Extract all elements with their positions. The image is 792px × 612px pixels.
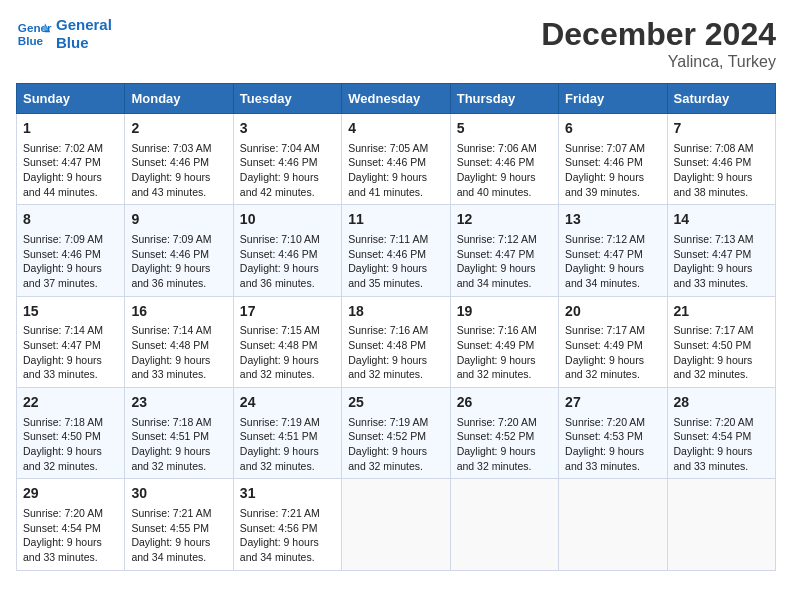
day-cell	[559, 479, 667, 570]
day-cell: 17Sunrise: 7:15 AMSunset: 4:48 PMDayligh…	[233, 296, 341, 387]
day-number: 16	[131, 302, 226, 322]
day-number: 12	[457, 210, 552, 230]
header-friday: Friday	[559, 84, 667, 114]
day-cell: 16Sunrise: 7:14 AMSunset: 4:48 PMDayligh…	[125, 296, 233, 387]
day-number: 13	[565, 210, 660, 230]
page-header: General Blue General Blue December 2024 …	[16, 16, 776, 71]
day-cell: 24Sunrise: 7:19 AMSunset: 4:51 PMDayligh…	[233, 388, 341, 479]
svg-text:Blue: Blue	[18, 34, 44, 47]
day-number: 8	[23, 210, 118, 230]
day-number: 26	[457, 393, 552, 413]
header-row: SundayMondayTuesdayWednesdayThursdayFrid…	[17, 84, 776, 114]
day-cell: 18Sunrise: 7:16 AMSunset: 4:48 PMDayligh…	[342, 296, 450, 387]
day-number: 1	[23, 119, 118, 139]
day-cell: 6Sunrise: 7:07 AMSunset: 4:46 PMDaylight…	[559, 114, 667, 205]
week-row-2: 8Sunrise: 7:09 AMSunset: 4:46 PMDaylight…	[17, 205, 776, 296]
day-number: 31	[240, 484, 335, 504]
day-cell: 3Sunrise: 7:04 AMSunset: 4:46 PMDaylight…	[233, 114, 341, 205]
day-number: 7	[674, 119, 769, 139]
page-title: December 2024	[541, 16, 776, 53]
day-number: 24	[240, 393, 335, 413]
day-number: 10	[240, 210, 335, 230]
day-number: 25	[348, 393, 443, 413]
day-number: 23	[131, 393, 226, 413]
header-thursday: Thursday	[450, 84, 558, 114]
day-cell: 19Sunrise: 7:16 AMSunset: 4:49 PMDayligh…	[450, 296, 558, 387]
day-number: 21	[674, 302, 769, 322]
day-cell: 14Sunrise: 7:13 AMSunset: 4:47 PMDayligh…	[667, 205, 775, 296]
logo-icon: General Blue	[16, 16, 52, 52]
logo: General Blue General Blue	[16, 16, 112, 52]
logo-text-line1: General	[56, 16, 112, 34]
day-cell: 2Sunrise: 7:03 AMSunset: 4:46 PMDaylight…	[125, 114, 233, 205]
day-cell: 11Sunrise: 7:11 AMSunset: 4:46 PMDayligh…	[342, 205, 450, 296]
day-number: 3	[240, 119, 335, 139]
day-cell: 30Sunrise: 7:21 AMSunset: 4:55 PMDayligh…	[125, 479, 233, 570]
day-cell: 4Sunrise: 7:05 AMSunset: 4:46 PMDaylight…	[342, 114, 450, 205]
day-cell: 15Sunrise: 7:14 AMSunset: 4:47 PMDayligh…	[17, 296, 125, 387]
title-block: December 2024 Yalinca, Turkey	[541, 16, 776, 71]
header-monday: Monday	[125, 84, 233, 114]
day-cell: 7Sunrise: 7:08 AMSunset: 4:46 PMDaylight…	[667, 114, 775, 205]
day-number: 15	[23, 302, 118, 322]
day-cell: 20Sunrise: 7:17 AMSunset: 4:49 PMDayligh…	[559, 296, 667, 387]
day-cell: 8Sunrise: 7:09 AMSunset: 4:46 PMDaylight…	[17, 205, 125, 296]
day-number: 28	[674, 393, 769, 413]
calendar-table: SundayMondayTuesdayWednesdayThursdayFrid…	[16, 83, 776, 571]
header-tuesday: Tuesday	[233, 84, 341, 114]
header-wednesday: Wednesday	[342, 84, 450, 114]
day-cell: 25Sunrise: 7:19 AMSunset: 4:52 PMDayligh…	[342, 388, 450, 479]
day-cell: 22Sunrise: 7:18 AMSunset: 4:50 PMDayligh…	[17, 388, 125, 479]
day-cell	[450, 479, 558, 570]
day-number: 30	[131, 484, 226, 504]
day-number: 29	[23, 484, 118, 504]
week-row-4: 22Sunrise: 7:18 AMSunset: 4:50 PMDayligh…	[17, 388, 776, 479]
day-cell: 10Sunrise: 7:10 AMSunset: 4:46 PMDayligh…	[233, 205, 341, 296]
day-number: 11	[348, 210, 443, 230]
day-number: 4	[348, 119, 443, 139]
day-number: 9	[131, 210, 226, 230]
day-number: 18	[348, 302, 443, 322]
page-subtitle: Yalinca, Turkey	[541, 53, 776, 71]
day-number: 17	[240, 302, 335, 322]
day-cell: 13Sunrise: 7:12 AMSunset: 4:47 PMDayligh…	[559, 205, 667, 296]
day-cell: 31Sunrise: 7:21 AMSunset: 4:56 PMDayligh…	[233, 479, 341, 570]
header-saturday: Saturday	[667, 84, 775, 114]
day-number: 6	[565, 119, 660, 139]
week-row-3: 15Sunrise: 7:14 AMSunset: 4:47 PMDayligh…	[17, 296, 776, 387]
day-cell: 23Sunrise: 7:18 AMSunset: 4:51 PMDayligh…	[125, 388, 233, 479]
day-cell: 12Sunrise: 7:12 AMSunset: 4:47 PMDayligh…	[450, 205, 558, 296]
day-cell: 29Sunrise: 7:20 AMSunset: 4:54 PMDayligh…	[17, 479, 125, 570]
day-cell: 28Sunrise: 7:20 AMSunset: 4:54 PMDayligh…	[667, 388, 775, 479]
day-cell: 26Sunrise: 7:20 AMSunset: 4:52 PMDayligh…	[450, 388, 558, 479]
header-sunday: Sunday	[17, 84, 125, 114]
day-cell: 27Sunrise: 7:20 AMSunset: 4:53 PMDayligh…	[559, 388, 667, 479]
day-number: 19	[457, 302, 552, 322]
day-number: 20	[565, 302, 660, 322]
day-number: 2	[131, 119, 226, 139]
day-cell	[342, 479, 450, 570]
day-cell: 5Sunrise: 7:06 AMSunset: 4:46 PMDaylight…	[450, 114, 558, 205]
day-number: 27	[565, 393, 660, 413]
week-row-5: 29Sunrise: 7:20 AMSunset: 4:54 PMDayligh…	[17, 479, 776, 570]
day-cell: 1Sunrise: 7:02 AMSunset: 4:47 PMDaylight…	[17, 114, 125, 205]
day-number: 14	[674, 210, 769, 230]
day-number: 5	[457, 119, 552, 139]
logo-text-line2: Blue	[56, 34, 112, 52]
week-row-1: 1Sunrise: 7:02 AMSunset: 4:47 PMDaylight…	[17, 114, 776, 205]
day-cell: 21Sunrise: 7:17 AMSunset: 4:50 PMDayligh…	[667, 296, 775, 387]
day-cell	[667, 479, 775, 570]
day-cell: 9Sunrise: 7:09 AMSunset: 4:46 PMDaylight…	[125, 205, 233, 296]
day-number: 22	[23, 393, 118, 413]
